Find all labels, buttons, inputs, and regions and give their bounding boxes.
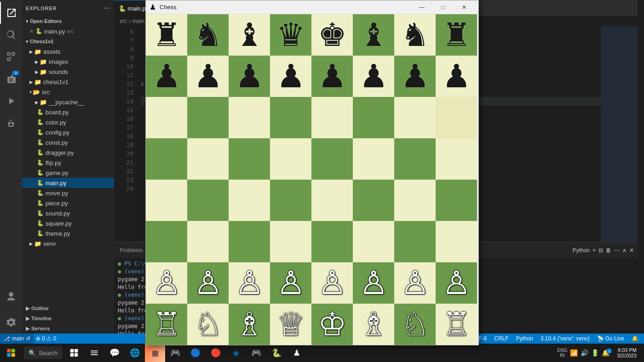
chess-cell-7-1[interactable]: ♘ (187, 304, 229, 334)
chess-cell-0-4[interactable]: ♚ (311, 14, 353, 56)
terminal-trash-icon[interactable]: 🗑 (606, 247, 611, 254)
timeline-section[interactable]: ▶ Timeline (22, 313, 114, 323)
chess-cell-6-1[interactable]: ♙ (187, 262, 229, 304)
settings-icon[interactable] (0, 311, 22, 334)
chess-cell-2-1[interactable] (187, 97, 229, 138)
project-header[interactable]: ▾ Chess1v1 (22, 36, 114, 46)
chess-cell-0-6[interactable]: ♞ (394, 14, 436, 56)
search-icon[interactable] (0, 24, 22, 46)
open-editors-header[interactable]: ▾ Open Editors (22, 16, 114, 26)
main-py[interactable]: 🐍 main.py (22, 178, 114, 188)
chess-cell-6-4[interactable]: ♙ (311, 262, 353, 304)
chess-cell-2-4[interactable] (311, 97, 353, 138)
chess-cell-2-2[interactable] (229, 97, 270, 138)
tray-icons[interactable]: ENGIN 📶 🔊 🔋 🔔1 (554, 348, 614, 358)
chess-cell-4-0[interactable] (146, 180, 187, 221)
chess-cell-4-2[interactable] (229, 180, 270, 221)
chess-cell-6-6[interactable]: ♙ (394, 262, 436, 304)
line-ending-item[interactable]: CRLF (492, 334, 510, 344)
taskbar-search[interactable]: 🔍 Search (24, 346, 62, 359)
config-py[interactable]: 🐍 config.py (22, 127, 114, 137)
chess-cell-5-7[interactable] (436, 221, 477, 262)
chess-cell-0-1[interactable]: ♞ (187, 14, 229, 56)
flip-py[interactable]: 🐍 flip.py (22, 158, 114, 168)
errors-warnings[interactable]: ⊗ 0 ⚠ 0 (34, 334, 58, 344)
chrome-btn[interactable]: 🔴 (206, 344, 226, 362)
chess-cell-7-3[interactable]: ♕ (270, 304, 311, 334)
sidebar-more-icon[interactable]: ⋯ (104, 5, 110, 12)
chess-taskbar-btn[interactable]: ♟ (287, 344, 307, 362)
src-folder[interactable]: ▾ 📂 src (22, 87, 114, 97)
pycache-folder[interactable]: ▶ 📁 __pycache__ (22, 97, 114, 107)
go-live-item[interactable]: 📡 Go Live (595, 334, 626, 344)
taskbar-clock[interactable]: 8:03 PM 3/2/2023 (613, 347, 640, 358)
battery-icon[interactable]: 🔋 (591, 349, 599, 356)
colorful-icon-btn[interactable]: ▦ (145, 344, 165, 362)
widgets-btn[interactable] (84, 344, 104, 362)
start-button[interactable] (0, 344, 22, 362)
extensions-icon[interactable]: 3 (0, 68, 22, 90)
chess-cell-3-6[interactable] (394, 138, 436, 180)
chess-cell-1-5[interactable]: ♟ (353, 56, 394, 97)
chess-cell-7-6[interactable]: ♘ (394, 304, 436, 334)
chess-cell-5-0[interactable] (146, 221, 187, 262)
images-folder[interactable]: ▶ 📁 images (22, 57, 114, 67)
terminal-more-icon[interactable]: ⋯ (614, 247, 620, 254)
network-icon[interactable]: 📶 (570, 349, 578, 356)
sound-py[interactable]: 🐍 sound.py (22, 208, 114, 218)
chess-cell-7-5[interactable]: ♗ (353, 304, 394, 334)
chess-cell-6-7[interactable]: ♙ (436, 262, 477, 304)
edge-browser-btn[interactable]: 🔵 (185, 344, 206, 362)
chess-cell-3-4[interactable] (311, 138, 353, 180)
chess1v1-folder[interactable]: ▶ 📁 chess1v1 (22, 77, 114, 87)
open-editor-mainpy[interactable]: ✕ 🐍 main.py src (22, 26, 114, 36)
chess-cell-5-6[interactable] (394, 221, 436, 262)
chess-cell-4-6[interactable] (394, 180, 436, 221)
edge-btn[interactable]: 🌐 (125, 344, 145, 362)
board-py[interactable]: 🐍 board.py (22, 107, 114, 117)
chess-cell-2-0[interactable] (146, 97, 187, 138)
chess-cell-1-3[interactable]: ♟ (270, 56, 311, 97)
xbox-btn[interactable]: 🎮 (246, 344, 266, 362)
language-item[interactable]: Python (514, 334, 535, 344)
explorer-icon[interactable] (0, 2, 22, 24)
chess-cell-4-1[interactable] (187, 180, 229, 221)
vscode-btn[interactable]: ◈ (226, 344, 246, 362)
chess-close-btn[interactable]: ✕ (454, 0, 475, 14)
chess-cell-1-7[interactable]: ♟ (436, 56, 477, 97)
chess-cell-4-4[interactable] (311, 180, 353, 221)
chess-cell-6-5[interactable]: ♙ (353, 262, 394, 304)
venv-folder[interactable]: ▶ 📁 venv (22, 238, 114, 249)
python-version-item[interactable]: 3.10.4 ('venv': venv) (539, 334, 592, 344)
run-icon[interactable] (0, 90, 22, 112)
chess-cell-3-0[interactable] (146, 138, 187, 180)
chess-cell-4-7[interactable] (436, 180, 477, 221)
chess-cell-0-7[interactable]: ♜ (436, 14, 477, 56)
git-branch[interactable]: ⎇ main ↺ (0, 334, 34, 344)
move-py[interactable]: 🐍 move.py (22, 188, 114, 198)
chess-cell-0-3[interactable]: ♛ (270, 14, 311, 56)
chess-cell-5-3[interactable] (270, 221, 311, 262)
chess-cell-4-5[interactable] (353, 180, 394, 221)
editor-scrollbar[interactable] (638, 0, 644, 334)
test-icon[interactable] (0, 112, 22, 134)
chess-cell-2-5[interactable] (353, 97, 394, 138)
chess-cell-2-3[interactable] (270, 97, 311, 138)
chess-cell-2-7[interactable] (436, 97, 477, 138)
game-py[interactable]: 🐍 game.py (22, 168, 114, 178)
chess-cell-6-2[interactable]: ♙ (229, 262, 270, 304)
terminal-collapse-icon[interactable]: ∧ (622, 247, 627, 254)
color-py[interactable]: 🐍 color.py (22, 117, 114, 127)
sound-icon[interactable]: 🔊 (581, 349, 588, 356)
chess-minimize-btn[interactable]: — (411, 0, 432, 14)
chess-cell-3-3[interactable] (270, 138, 311, 180)
chess-cell-4-3[interactable] (270, 180, 311, 221)
chess-cell-5-1[interactable] (187, 221, 229, 262)
chess-cell-6-0[interactable]: ♙ (146, 262, 187, 304)
chess-maximize-btn[interactable]: □ (432, 0, 454, 14)
chess-cell-0-0[interactable]: ♜ (146, 14, 187, 56)
chess-cell-3-2[interactable] (229, 138, 270, 180)
chess-cell-1-2[interactable]: ♟ (229, 56, 270, 97)
terminal-close-icon[interactable]: ✕ (629, 247, 634, 254)
chess-cell-7-7[interactable]: ♖ (436, 304, 477, 334)
